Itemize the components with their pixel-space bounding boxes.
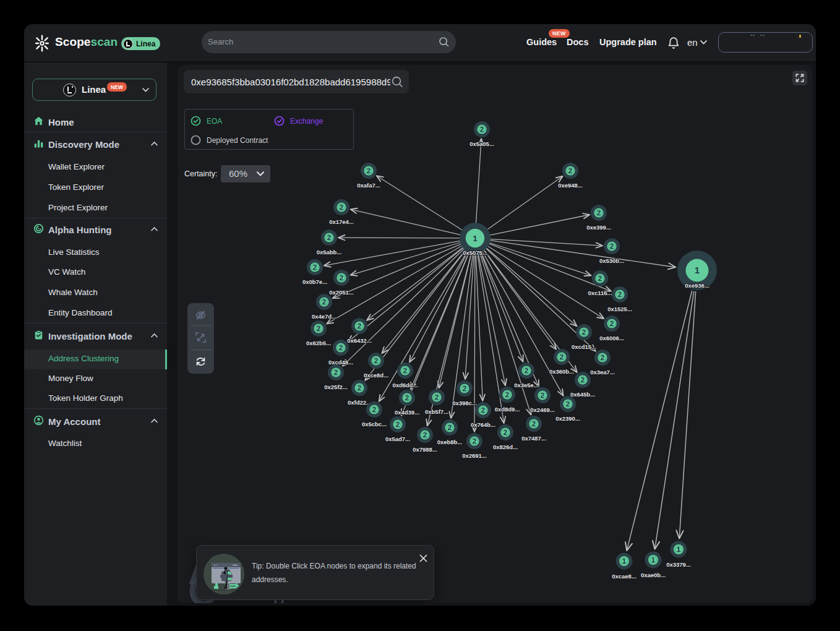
svg-text:2: 2 xyxy=(505,391,509,398)
svg-text:0x7487...: 0x7487... xyxy=(521,435,546,442)
svg-text:2: 2 xyxy=(403,367,407,374)
svg-text:0xb5f7...: 0xb5f7... xyxy=(425,408,448,415)
svg-text:2: 2 xyxy=(435,393,439,401)
svg-text:2: 2 xyxy=(541,392,544,399)
svg-text:1: 1 xyxy=(651,556,656,564)
svg-text:0x0b7e...: 0x0b7e... xyxy=(302,278,327,285)
svg-text:2: 2 xyxy=(473,437,476,445)
svg-text:0xcd48...: 0xcd48... xyxy=(328,359,353,366)
svg-text:0x3e5e...: 0x3e5e... xyxy=(514,382,539,388)
svg-text:2: 2 xyxy=(480,126,484,133)
svg-text:0x530b...: 0x530b... xyxy=(599,257,624,264)
svg-text:0x1525...: 0x1525... xyxy=(607,306,632,312)
svg-text:2: 2 xyxy=(448,424,452,431)
svg-text:2: 2 xyxy=(358,384,361,392)
svg-text:0x4d39...: 0x4d39... xyxy=(395,409,419,416)
svg-text:0x2691...: 0x2691... xyxy=(462,452,487,459)
svg-text:0xd6dd...: 0xd6dd... xyxy=(392,382,418,388)
svg-text:0xce8d...: 0xce8d... xyxy=(364,372,388,379)
svg-text:0xe936...: 0xe936... xyxy=(685,282,709,289)
svg-text:0x17e4...: 0x17e4... xyxy=(329,218,354,225)
svg-text:0x645b...: 0x645b... xyxy=(570,391,595,398)
svg-text:0xd8d9...: 0xd8d9... xyxy=(495,406,520,413)
svg-text:2: 2 xyxy=(334,369,338,376)
svg-text:0xafa7...: 0xafa7... xyxy=(357,182,380,189)
svg-text:0xcae8...: 0xcae8... xyxy=(612,573,636,580)
svg-text:2: 2 xyxy=(618,291,622,298)
svg-text:0x5a05...: 0x5a05... xyxy=(469,140,494,147)
svg-text:0x5075...: 0x5075... xyxy=(463,249,487,256)
svg-text:0x4e7d...: 0x4e7d... xyxy=(312,313,336,320)
svg-text:0xae0b...: 0xae0b... xyxy=(641,572,666,578)
svg-text:2: 2 xyxy=(610,243,614,250)
svg-text:2: 2 xyxy=(504,429,507,436)
svg-text:0x398c...: 0x398c... xyxy=(452,400,477,406)
svg-text:1: 1 xyxy=(473,234,478,243)
svg-text:2: 2 xyxy=(560,353,564,361)
svg-text:2: 2 xyxy=(463,385,466,392)
svg-text:2: 2 xyxy=(582,328,586,336)
svg-text:0xc116...: 0xc116... xyxy=(588,290,612,296)
svg-text:2: 2 xyxy=(372,406,376,413)
svg-text:0x5ad7...: 0x5ad7... xyxy=(385,436,410,442)
svg-text:0x25f2...: 0x25f2... xyxy=(324,384,348,390)
svg-text:2: 2 xyxy=(601,354,604,361)
svg-text:2: 2 xyxy=(568,167,572,174)
svg-text:2: 2 xyxy=(598,275,602,282)
svg-text:2: 2 xyxy=(340,204,343,211)
svg-text:0xe948...: 0xe948... xyxy=(558,182,583,189)
svg-text:2: 2 xyxy=(525,367,528,374)
svg-text:2: 2 xyxy=(327,234,331,241)
svg-text:2: 2 xyxy=(322,298,326,306)
svg-text:2: 2 xyxy=(339,344,343,351)
svg-text:2: 2 xyxy=(610,320,614,327)
svg-text:2: 2 xyxy=(358,322,361,330)
svg-text:2: 2 xyxy=(340,274,343,281)
svg-text:0x764b...: 0x764b... xyxy=(471,421,495,428)
svg-text:2: 2 xyxy=(481,406,485,414)
svg-text:2: 2 xyxy=(532,420,536,427)
svg-text:0x6432...: 0x6432... xyxy=(347,337,372,344)
svg-text:2: 2 xyxy=(317,325,320,332)
svg-text:0x7988...: 0x7988... xyxy=(413,446,437,453)
svg-text:1: 1 xyxy=(677,546,681,553)
svg-text:0x2469...: 0x2469... xyxy=(530,406,555,413)
svg-text:0x826d...: 0x826d... xyxy=(493,444,518,450)
svg-text:1: 1 xyxy=(695,265,700,275)
svg-text:0x2051...: 0x2051... xyxy=(329,289,354,296)
svg-text:0xcd15...: 0xcd15... xyxy=(572,343,596,350)
svg-text:0xe399...: 0xe399... xyxy=(586,224,611,231)
svg-text:2: 2 xyxy=(581,376,585,384)
svg-text:0x3379...: 0x3379... xyxy=(666,561,691,568)
svg-text:2: 2 xyxy=(597,209,601,217)
svg-text:2: 2 xyxy=(374,357,378,364)
svg-text:0x5abb...: 0x5abb... xyxy=(317,249,342,255)
svg-text:0x3ea7...: 0x3ea7... xyxy=(590,369,615,376)
svg-text:1: 1 xyxy=(622,557,627,565)
svg-text:0x2390...: 0x2390... xyxy=(555,415,580,422)
svg-text:2: 2 xyxy=(396,421,400,428)
svg-text:0xfd22...: 0xfd22... xyxy=(348,399,371,406)
svg-text:2: 2 xyxy=(566,400,570,408)
svg-text:2: 2 xyxy=(405,394,409,401)
svg-text:0x5cbc...: 0x5cbc... xyxy=(362,421,387,427)
svg-text:2: 2 xyxy=(313,264,317,271)
svg-text:0x62b5...: 0x62b5... xyxy=(306,340,331,346)
svg-text:0x360b...: 0x360b... xyxy=(549,368,574,375)
svg-text:2: 2 xyxy=(367,167,371,174)
svg-text:0xeb8b...: 0xeb8b... xyxy=(437,439,463,445)
svg-text:2: 2 xyxy=(423,431,427,439)
svg-text:0x6006...: 0x6006... xyxy=(599,335,624,341)
